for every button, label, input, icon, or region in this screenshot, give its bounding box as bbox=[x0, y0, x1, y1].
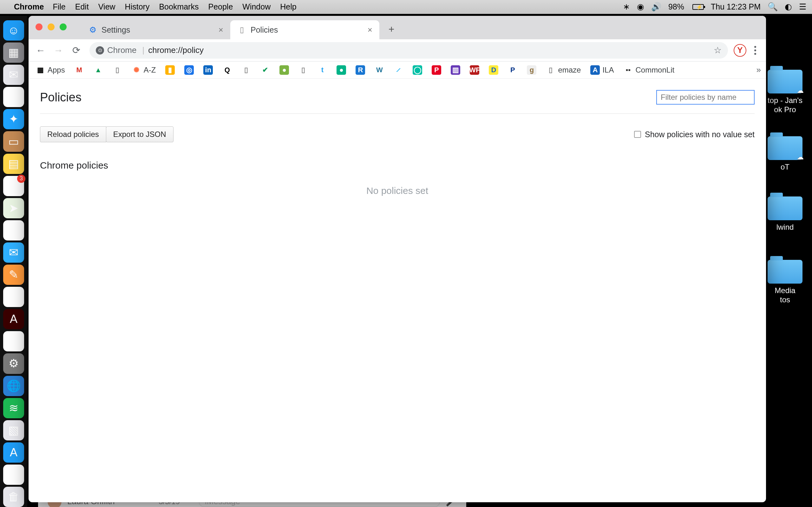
dock-globe[interactable]: 🌐 bbox=[3, 376, 24, 396]
dock-preview[interactable]: ▧ bbox=[3, 420, 24, 441]
spotlight-icon[interactable]: 🔍 bbox=[768, 2, 778, 12]
menu-history[interactable]: History bbox=[125, 2, 150, 11]
bookmark-item[interactable]: ● bbox=[277, 64, 291, 76]
battery-percent[interactable]: 98% bbox=[668, 2, 684, 11]
bookmark-item[interactable]: in bbox=[201, 64, 215, 76]
volume-icon[interactable]: 🔊 bbox=[651, 2, 661, 12]
desktop-folder[interactable]: ☁top - Jan'sok Pro bbox=[764, 70, 806, 114]
menu-edit[interactable]: Edit bbox=[75, 2, 89, 11]
back-button[interactable]: ← bbox=[33, 43, 48, 58]
dock-messages[interactable]: ✉ bbox=[3, 242, 24, 263]
notification-center-icon[interactable]: ☰ bbox=[799, 2, 806, 12]
bookmark-item[interactable]: ✔ bbox=[258, 64, 272, 76]
dock-safari[interactable]: ✦ bbox=[3, 109, 24, 129]
bookmark-item[interactable]: WF bbox=[468, 64, 481, 76]
menu-help[interactable]: Help bbox=[280, 2, 296, 11]
bookmark-item[interactable]: ▯emaze bbox=[544, 64, 583, 76]
bookmark-item[interactable]: ▯ bbox=[111, 64, 124, 76]
tab-settings[interactable]: ⚙Settings× bbox=[81, 20, 230, 39]
bookmark-star-icon[interactable]: ☆ bbox=[714, 45, 722, 55]
reload-button[interactable]: ⟳ bbox=[68, 43, 84, 58]
dock-maps[interactable]: ➤ bbox=[3, 198, 24, 218]
dock-finder[interactable]: ☺ bbox=[3, 20, 24, 41]
bookmarks-overflow-button[interactable]: » bbox=[757, 65, 761, 75]
dock-numbers[interactable]: ▥ bbox=[3, 287, 24, 307]
dock-contacts[interactable]: ▭ bbox=[3, 131, 24, 152]
tab-policies[interactable]: ▯Policies× bbox=[230, 20, 379, 39]
browser-toolbar: ← → ⟳ ⊙ Chrome | chrome://policy ☆ Y bbox=[29, 39, 766, 61]
bookmark-item[interactable]: P bbox=[430, 64, 443, 76]
window-minimize-button[interactable] bbox=[48, 23, 55, 31]
checkbox-icon[interactable] bbox=[634, 131, 641, 138]
siri-icon[interactable]: ◐ bbox=[785, 2, 792, 12]
dock-itunes[interactable]: ♪ bbox=[3, 331, 24, 351]
bookmark-item[interactable]: AILA bbox=[589, 64, 616, 76]
bookmark-favicon: in bbox=[203, 65, 213, 75]
show-no-value-checkbox[interactable]: Show policies with no value set bbox=[634, 130, 755, 139]
omnibox[interactable]: ⊙ Chrome | chrome://policy ☆ bbox=[90, 42, 728, 59]
bookmark-item[interactable]: Q bbox=[220, 64, 234, 76]
bookmark-item[interactable]: ▪▪CommonLit bbox=[621, 64, 676, 76]
dock-appstore[interactable]: A bbox=[3, 442, 24, 463]
filter-policies-input[interactable] bbox=[656, 90, 755, 105]
menubar-clock[interactable]: Thu 12:23 PM bbox=[711, 2, 761, 11]
battery-icon[interactable]: ⚡ bbox=[691, 4, 704, 10]
bookmark-favicon: ▯ bbox=[113, 65, 122, 75]
export-json-button[interactable]: Export to JSON bbox=[106, 126, 173, 142]
reload-policies-button[interactable]: Reload policies bbox=[40, 126, 106, 142]
bookmark-item[interactable]: ▦Apps bbox=[34, 64, 67, 76]
bookmark-item[interactable]: ▯ bbox=[240, 64, 253, 76]
dock-photos[interactable]: ✿ bbox=[3, 220, 24, 240]
dock-chrome[interactable]: ◉ bbox=[3, 87, 24, 107]
menubar-app-name[interactable]: Chrome bbox=[14, 2, 44, 11]
desktop-folder[interactable]: ☁oT bbox=[764, 136, 806, 172]
dock-acrobat[interactable]: A bbox=[3, 309, 24, 329]
bookmark-item[interactable]: ● bbox=[335, 64, 348, 76]
macos-menubar: Chrome File Edit View History Bookmarks … bbox=[0, 0, 812, 14]
bluetooth-icon[interactable]: ∗ bbox=[623, 2, 630, 12]
menu-view[interactable]: View bbox=[98, 2, 115, 11]
bookmark-item[interactable]: D bbox=[487, 64, 500, 76]
bookmark-item[interactable]: ▥ bbox=[449, 64, 462, 76]
dock-notes[interactable]: ▤ bbox=[3, 154, 24, 174]
bookmark-item[interactable]: t bbox=[316, 64, 329, 76]
bookmark-item[interactable]: ◎ bbox=[183, 64, 196, 76]
menu-file[interactable]: File bbox=[53, 2, 65, 11]
window-zoom-button[interactable] bbox=[60, 23, 67, 31]
dock-reminders[interactable]: ✓3 bbox=[3, 176, 24, 196]
wifi-icon[interactable]: ◉ bbox=[637, 2, 644, 12]
new-tab-button[interactable]: + bbox=[385, 22, 398, 36]
menu-window[interactable]: Window bbox=[242, 2, 270, 11]
bookmark-item[interactable]: P bbox=[506, 64, 519, 76]
dock-textedit[interactable]: ▤ bbox=[3, 464, 24, 485]
dock-pages[interactable]: ✎ bbox=[3, 265, 24, 285]
bookmark-item[interactable]: M bbox=[72, 64, 86, 76]
forward-button[interactable]: → bbox=[51, 43, 66, 58]
desktop-folder[interactable]: lwind bbox=[764, 196, 806, 232]
dock-settings[interactable]: ⚙ bbox=[3, 353, 24, 374]
tab-close-button[interactable]: × bbox=[368, 25, 372, 35]
tab-close-button[interactable]: × bbox=[218, 25, 223, 35]
bookmark-item[interactable]: ▲ bbox=[92, 64, 105, 76]
bookmark-item[interactable]: g bbox=[525, 64, 538, 76]
bookmark-item[interactable]: ▮ bbox=[163, 64, 177, 76]
dock-spotify[interactable]: ≋ bbox=[3, 398, 24, 418]
dock-launchpad[interactable]: ▦ bbox=[3, 43, 24, 63]
bookmark-item[interactable]: ▯ bbox=[297, 64, 310, 76]
bookmark-favicon: ● bbox=[337, 65, 346, 75]
desktop-folder[interactable]: Mediatos bbox=[764, 260, 806, 304]
bookmark-item[interactable]: ✺A-Z bbox=[130, 64, 158, 76]
bookmark-item[interactable]: W bbox=[373, 64, 386, 76]
bookmark-item[interactable]: ⟋ bbox=[392, 64, 405, 76]
menu-people[interactable]: People bbox=[208, 2, 233, 11]
dock-mail[interactable]: ✉ bbox=[3, 65, 24, 85]
bookmark-item[interactable]: ◯ bbox=[411, 64, 424, 76]
chrome-menu-button[interactable] bbox=[749, 46, 762, 55]
menu-bookmarks[interactable]: Bookmarks bbox=[159, 2, 199, 11]
window-close-button[interactable] bbox=[36, 23, 43, 31]
dock-trash[interactable]: 🗑 bbox=[3, 487, 24, 507]
bookmark-favicon: g bbox=[527, 65, 537, 75]
folder-icon bbox=[768, 260, 803, 284]
extension-icon[interactable]: Y bbox=[734, 44, 746, 57]
bookmark-item[interactable]: R bbox=[354, 64, 367, 76]
